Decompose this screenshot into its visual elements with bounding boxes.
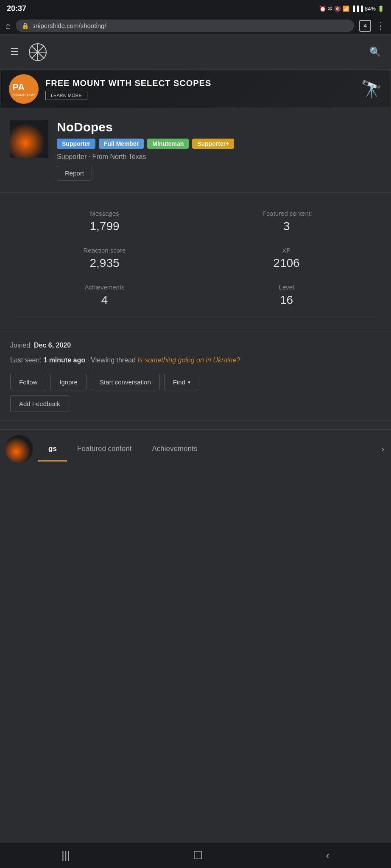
last-seen-label: Last seen: [10, 356, 42, 364]
stat-reaction-value: 2,935 [14, 256, 196, 270]
url-bar[interactable]: 🔒 snipershide.com/shooting/ [16, 19, 354, 32]
follow-button[interactable]: Follow [10, 374, 46, 390]
stat-featured-value: 3 [196, 220, 377, 233]
profile-name: NoDopes [57, 120, 381, 134]
ad-inner: PA PRIMARY ARMS FREE MOUNT WITH SELECT S… [0, 70, 391, 108]
stat-messages: Messages 1,799 [14, 203, 196, 240]
url-text: snipershide.com/shooting/ [32, 22, 106, 29]
status-time: 20:37 [7, 4, 26, 13]
stat-reaction-label: Reaction score [14, 247, 196, 254]
gun-icon: 🔭 [361, 79, 382, 99]
status-bar: 20:37 ⏰ ✲ 🔇 📶 ▐▐▐ 84% 🔋 [0, 0, 391, 17]
home-button[interactable]: ☐ [180, 845, 215, 866]
stat-xp-value: 2106 [196, 256, 377, 270]
badge-supporter-plus: Supporter+ [192, 139, 234, 149]
bluetooth-icon: ✲ [328, 6, 332, 12]
stat-achievements: Achievements 4 [14, 277, 196, 314]
badges-container: Supporter Full Member Minuteman Supporte… [57, 139, 381, 149]
stat-featured-content: Featured content 3 [196, 203, 377, 240]
mute-icon: 🔇 [334, 6, 341, 12]
stat-messages-label: Messages [14, 210, 196, 217]
thread-link[interactable]: Is something going on in Ukraine? [137, 356, 240, 364]
find-button[interactable]: Find ▾ [164, 374, 199, 390]
signal-icon: ▐▐▐ [351, 6, 363, 12]
add-feedback-button[interactable]: Add Feedback [10, 395, 69, 412]
navigation-bar: ||| ☐ ‹ [0, 843, 391, 868]
avatar [10, 120, 48, 158]
ad-logo-sub: PRIMARY ARMS [12, 94, 35, 97]
ad-title: FREE MOUNT WITH SELECT SCOPES [45, 78, 354, 88]
last-seen-time: 1 minute ago [43, 356, 85, 364]
ad-banner[interactable]: PA PRIMARY ARMS FREE MOUNT WITH SELECT S… [0, 70, 391, 108]
recent-apps-button[interactable]: ||| [49, 845, 83, 866]
stat-featured-label: Featured content [196, 210, 377, 217]
browser-home-button[interactable]: ⌂ [5, 20, 11, 31]
stat-reaction-score: Reaction score 2,935 [14, 240, 196, 277]
info-section: Joined: Dec 6, 2020 Last seen: 1 minute … [0, 331, 391, 421]
stat-achievements-label: Achievements [14, 284, 196, 291]
header-left: ☰ [10, 42, 48, 63]
profile-section: NoDopes Supporter Full Member Minuteman … [0, 108, 391, 193]
stat-level-value: 16 [196, 293, 377, 307]
search-button[interactable]: 🔍 [369, 47, 381, 58]
tab-avatar-area [0, 430, 38, 468]
tabs-list: gs Featured content Achievements [38, 436, 374, 462]
bottom-tabs: gs Featured content Achievements › [0, 429, 391, 468]
badge-minuteman: Minuteman [147, 139, 189, 149]
stats-divider [14, 317, 377, 317]
ad-content: FREE MOUNT WITH SELECT SCOPES LEARN MORE [45, 78, 354, 100]
start-conversation-button[interactable]: Start conversation [91, 374, 160, 390]
joined-date: Dec 6, 2020 [34, 342, 71, 349]
find-chevron-icon: ▾ [188, 379, 190, 385]
last-seen-middle: · Viewing thread [87, 356, 135, 364]
stat-messages-value: 1,799 [14, 220, 196, 233]
stats-grid: Messages 1,799 Featured content 3 Reacti… [14, 203, 377, 314]
back-button[interactable]: ‹ [313, 845, 342, 866]
stat-xp-label: XP [196, 247, 377, 254]
battery-percent: 84% [365, 6, 376, 12]
ad-cta-button[interactable]: LEARN MORE [45, 91, 87, 100]
report-button[interactable]: Report [57, 166, 92, 181]
status-icons: ⏰ ✲ 🔇 📶 ▐▐▐ 84% 🔋 [319, 6, 384, 12]
ad-logo: PA PRIMARY ARMS [9, 74, 39, 104]
tab-postings[interactable]: gs [38, 436, 67, 462]
tabs-chevron-icon[interactable]: › [374, 436, 391, 462]
ignore-button[interactable]: Ignore [50, 374, 87, 390]
profile-info: NoDopes Supporter Full Member Minuteman … [57, 120, 381, 181]
profile-subtitle: Supporter · From North Texas [57, 153, 381, 161]
tab-achievements-label: Achievements [152, 445, 197, 453]
action-buttons: Follow Ignore Start conversation Find ▾ [10, 374, 381, 390]
stats-section: Messages 1,799 Featured content 3 Reacti… [0, 193, 391, 331]
joined-info: Joined: Dec 6, 2020 [10, 342, 381, 349]
site-header: ☰ 🔍 [0, 35, 391, 70]
site-logo[interactable] [27, 42, 48, 63]
browser-menu-button[interactable]: ⋮ [376, 20, 386, 31]
stat-achievements-value: 4 [14, 293, 196, 307]
hamburger-menu-button[interactable]: ☰ [10, 47, 19, 58]
tab-featured-content[interactable]: Featured content [67, 436, 142, 462]
badge-full-member: Full Member [99, 139, 144, 149]
tab-featured-label: Featured content [77, 445, 132, 453]
tab-avatar [5, 435, 33, 463]
stat-xp: XP 2106 [196, 240, 377, 277]
ad-logo-text: PA [12, 82, 35, 93]
logo-svg [27, 42, 48, 63]
find-label: Find [173, 378, 185, 386]
avatar-image [10, 120, 48, 158]
tab-achievements[interactable]: Achievements [142, 436, 207, 462]
stat-level-label: Level [196, 284, 377, 291]
wifi-icon: 📶 [343, 6, 349, 12]
tab-postings-label: gs [48, 445, 57, 453]
badge-supporter: Supporter [57, 139, 95, 149]
tab-count[interactable]: 4 [359, 20, 371, 32]
lock-icon: 🔒 [22, 22, 29, 29]
alarm-icon: ⏰ [319, 6, 326, 12]
browser-bar: ⌂ 🔒 snipershide.com/shooting/ 4 ⋮ [0, 17, 391, 35]
last-seen-info: Last seen: 1 minute ago · Viewing thread… [10, 355, 381, 365]
joined-label: Joined: [10, 342, 32, 349]
battery-icon: 🔋 [377, 6, 384, 12]
stat-level: Level 16 [196, 277, 377, 314]
